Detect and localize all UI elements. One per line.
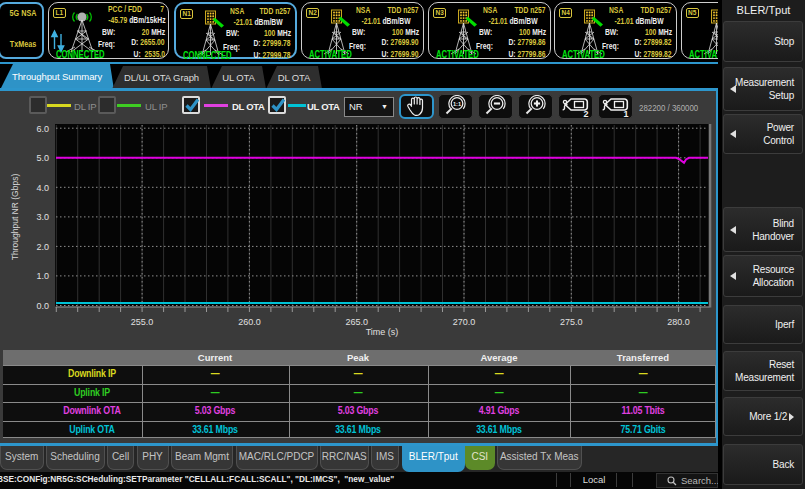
svg-text:2: 2 <box>583 109 588 119</box>
svg-text:1:1: 1:1 <box>453 101 461 107</box>
svg-text:1: 1 <box>623 109 628 119</box>
